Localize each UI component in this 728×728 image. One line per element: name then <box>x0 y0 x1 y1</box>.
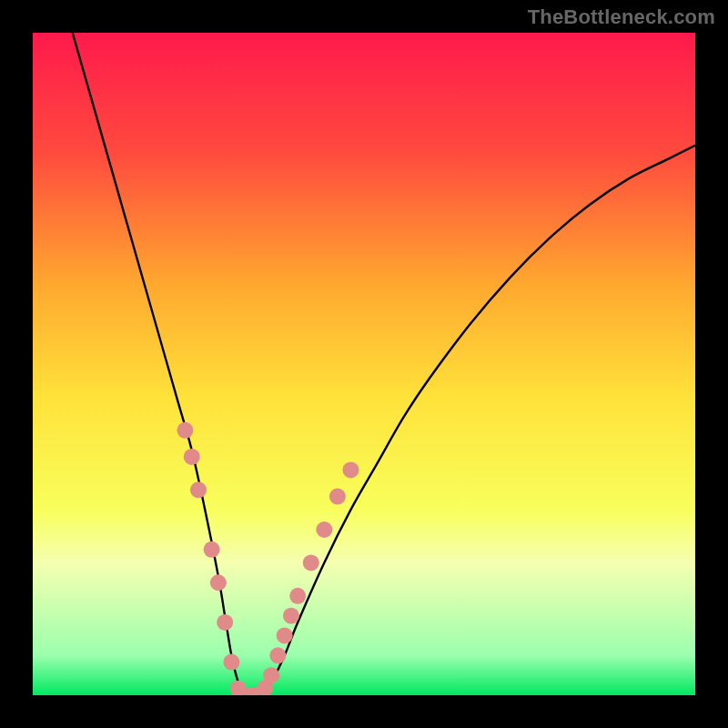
highlight-dot <box>316 521 332 538</box>
watermark-text: TheBottleneck.com <box>528 5 715 29</box>
highlight-dot <box>184 449 200 465</box>
plot-svg <box>33 33 695 695</box>
highlight-dot <box>283 608 299 624</box>
highlight-dot <box>210 574 227 591</box>
highlight-dot <box>277 627 293 643</box>
highlight-dot <box>177 422 193 439</box>
gradient-background <box>33 33 695 695</box>
highlight-dot <box>342 461 359 478</box>
highlight-dot <box>289 588 306 604</box>
chart-frame: TheBottleneck.com <box>0 0 728 728</box>
highlight-dot <box>269 647 286 663</box>
highlight-dot <box>190 481 207 498</box>
highlight-dot <box>263 667 279 683</box>
highlight-dot <box>329 489 346 505</box>
highlight-dot <box>204 541 220 558</box>
highlight-dot <box>223 654 239 671</box>
highlight-dot <box>303 554 319 571</box>
plot-area <box>33 33 695 695</box>
highlight-dot <box>217 614 233 631</box>
